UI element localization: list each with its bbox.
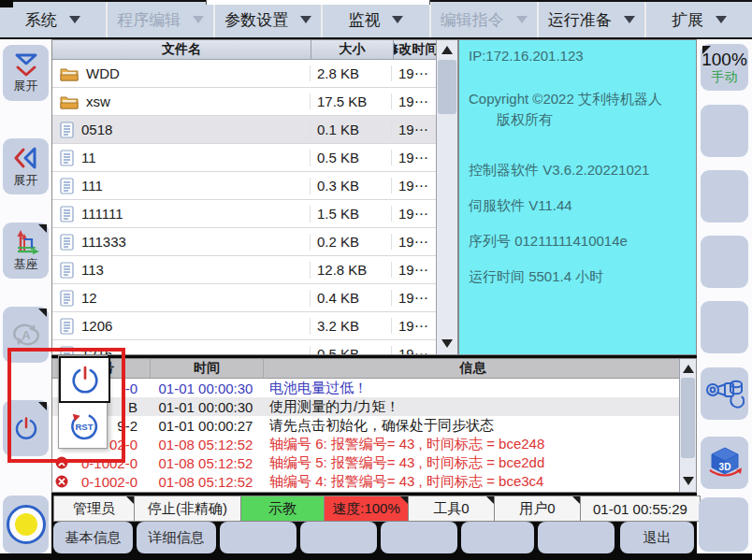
tab-empty-4[interactable] — [461, 522, 534, 553]
log-row-5[interactable]: 0-1002-001-08 05:12:52轴编号 5: 报警编号= 43 , … — [52, 453, 682, 472]
file-row-5[interactable]: 1110.3 KB19⋯ — [52, 172, 438, 200]
file-row-1[interactable]: WDD2.8 KB19⋯ — [52, 60, 438, 88]
log-message: 轴编号 4: 报警编号= 43 , 时间标志 = bce3c4 — [262, 473, 543, 491]
file-name-cell: 111333 — [52, 234, 311, 251]
power-button[interactable] — [3, 400, 49, 456]
file-name-cell: 12 — [52, 290, 311, 307]
log-row-1[interactable]: -001-01 00:00:30电池电量过低！ — [52, 379, 682, 397]
tab-detail-info[interactable]: 详细信息 — [137, 522, 216, 553]
file-name: 111 — [81, 178, 103, 194]
file-row-2[interactable]: xsw17.5 KB19⋯ — [52, 88, 438, 116]
tab-empty-2[interactable] — [300, 522, 377, 553]
tab-empty-3[interactable] — [381, 522, 457, 553]
corner-triangle-icon — [702, 46, 711, 54]
doc-icon — [60, 346, 74, 355]
file-name: 0518 — [81, 122, 112, 137]
menu-item-3[interactable]: 参数设置 — [215, 2, 321, 37]
teach-mode-badge[interactable]: 示教 — [240, 495, 325, 522]
reset-option[interactable]: RST — [59, 405, 108, 448]
corner-triangle-icon — [400, 496, 408, 504]
error-icon — [55, 475, 68, 488]
log-message: 使用测量的力/力矩！ — [262, 398, 399, 416]
file-row-9[interactable]: 120.4 KB19⋯ — [52, 284, 438, 312]
log-row-4[interactable]: 02-001-08 05:12:52轴编号 6: 报警编号= 43 , 时间标志… — [52, 435, 682, 453]
chevron-down-icon — [193, 16, 204, 23]
doc-icon — [60, 150, 74, 166]
view-3d-button[interactable]: 3D — [701, 437, 748, 489]
log-row-7[interactable]: 0-1002-001-08 05:12:52轴编号 3: 报警编号= 43 , … — [52, 491, 682, 493]
file-time: 19⋯ — [392, 206, 435, 223]
deadman-button[interactable] — [3, 495, 49, 553]
user-badge[interactable]: 用户0 — [494, 495, 581, 522]
log-row-2[interactable]: B01-01 00:00:30使用测量的力/力矩！ — [52, 397, 682, 416]
scroll-thumb[interactable] — [438, 60, 456, 114]
file-time: 19⋯ — [392, 93, 435, 110]
log-row-3[interactable]: 9-201-01 00:00:27请先点击初始化，确保处于同步状态 — [52, 416, 682, 435]
file-size: 1.5 KB — [311, 206, 392, 222]
tab-label: 详细信息 — [149, 529, 205, 547]
robot-jog-button[interactable] — [701, 367, 748, 420]
base-frame-button[interactable]: 基座 — [3, 223, 49, 279]
scroll-down-icon[interactable] — [680, 472, 696, 489]
file-row-10[interactable]: 12063.2 KB19⋯ — [52, 312, 438, 340]
empty-button-1[interactable] — [701, 105, 748, 157]
log-scrollbar[interactable] — [679, 359, 696, 492]
file-scrollbar[interactable] — [436, 40, 457, 354]
tab-empty-1[interactable] — [220, 522, 296, 553]
tool-badge[interactable]: 工具0 — [408, 495, 495, 522]
admin-badge[interactable]: 管理员 — [53, 495, 135, 522]
side-action-button[interactable] — [699, 497, 748, 552]
log-list: -001-01 00:00:30电池电量过低！B01-01 00:00:30使用… — [52, 379, 682, 493]
col-filename[interactable]: 文件名 — [52, 40, 311, 59]
log-row-6[interactable]: 0-1002-001-08 05:12:52轴编号 4: 报警编号= 43 , … — [52, 472, 682, 491]
file-name-cell: xsw — [52, 93, 311, 109]
menu-item-2: 程序编辑 — [108, 2, 213, 37]
collapse-down-button[interactable]: 展开 — [3, 45, 49, 101]
scroll-thumb[interactable] — [681, 378, 695, 458]
tab-basic-info[interactable]: 基本信息 — [53, 522, 133, 553]
file-row-6[interactable]: 1111111.5 KB19⋯ — [52, 200, 438, 228]
power-option[interactable] — [59, 356, 110, 403]
chevron-down-icon — [716, 16, 727, 23]
tab-empty-5[interactable] — [538, 522, 615, 553]
scroll-down-icon[interactable] — [437, 335, 457, 352]
menu-item-4[interactable]: 监视 — [323, 2, 428, 37]
empty-button-2[interactable] — [701, 170, 748, 223]
top-window-notch — [206, 0, 430, 5]
log-message: 轴编号 3: 报警编号= 43 , 时间标志 = bce⋯ — [262, 492, 535, 494]
log-time: 01-08 05:12:52 — [150, 474, 262, 490]
empty-button-4[interactable] — [701, 301, 748, 353]
status-label: 停止(非精确) — [148, 500, 227, 518]
col-log-time: 时间 — [151, 359, 264, 378]
empty-button-3[interactable] — [701, 236, 748, 288]
serial-number: 序列号 01211111410014e — [469, 233, 628, 251]
col-modified[interactable]: 修改时间 — [394, 40, 439, 59]
file-name-cell: WDD — [52, 65, 311, 81]
menu-item-1[interactable]: 系统 — [0, 2, 106, 37]
menu-item-6[interactable]: 运行准备 — [539, 2, 644, 37]
col-size[interactable]: 大小 — [311, 40, 394, 59]
scroll-up-icon[interactable] — [437, 41, 457, 58]
power-icon — [14, 416, 38, 440]
file-time: 19⋯ — [392, 234, 435, 251]
base-axes-icon — [12, 228, 40, 256]
scroll-up-icon[interactable] — [680, 360, 696, 377]
menu-item-label: 扩展 — [672, 9, 703, 31]
sidebar-button-label: 展开 — [14, 172, 38, 189]
log-message: 请先点击初始化，确保处于同步状态 — [262, 417, 494, 435]
file-row-7[interactable]: 1113330.2 KB19⋯ — [52, 228, 438, 256]
menu-item-7[interactable]: 扩展 — [646, 2, 752, 37]
exit-button[interactable]: 退出 — [620, 522, 694, 553]
mode-label: 手动 — [712, 69, 738, 86]
speed-mode-button[interactable]: 100% 手动 — [701, 44, 748, 91]
file-row-3[interactable]: 05180.1 KB19⋯ — [52, 116, 438, 144]
file-row-11[interactable]: 12160.5 KB19⋯ — [52, 340, 438, 354]
file-row-4[interactable]: 110.5 KB19⋯ — [52, 144, 438, 172]
file-size: 0.3 KB — [311, 178, 392, 194]
log-time: 01-01 00:00:27 — [150, 418, 262, 434]
corner-triangle-icon — [38, 402, 47, 410]
collapse-left-button[interactable]: 展开 — [3, 138, 49, 194]
speed-badge[interactable]: 速度:100% — [324, 495, 409, 522]
file-name: 12 — [81, 290, 97, 306]
file-row-8[interactable]: 11312.8 KB19⋯ — [52, 256, 438, 284]
